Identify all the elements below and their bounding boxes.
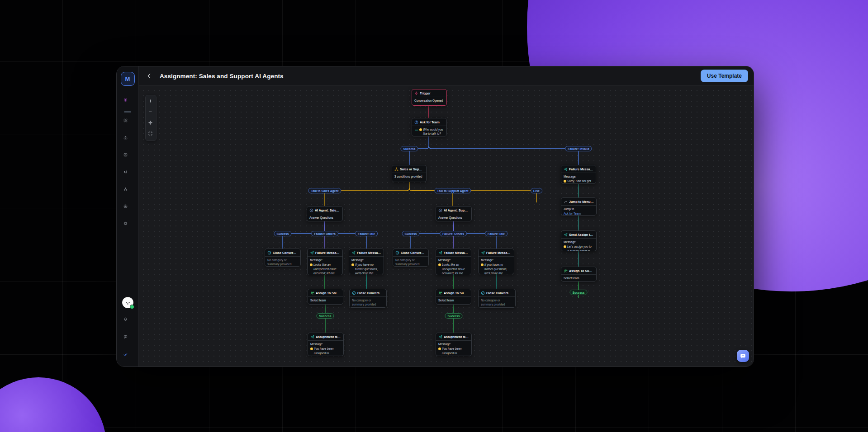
flow-node-jump-to-menu-options[interactable]: Jump to Menu OptionsJump toAsk for Team [561, 197, 597, 216]
flow-node-failure-message-assign-1[interactable]: Failure Message: Assi...Message:Looks li… [307, 249, 343, 275]
node-title: Assign To Support Te... [444, 291, 469, 295]
sidebar-item-boards[interactable] [122, 117, 133, 128]
sidebar-item-brand[interactable] [122, 351, 133, 362]
check-circle-icon [395, 251, 399, 255]
flow-node-failure-message-close-1[interactable]: Failure Message: Clos...Message:If you h… [349, 249, 384, 274]
node-body-text: Who would you like to talk to? [423, 127, 444, 136]
flow-node-failure-message-right[interactable]: Failure MessageMessage:Sorry, I did not … [561, 165, 596, 184]
sidebar-item-help[interactable] [122, 333, 133, 344]
node-body-text: If you have no further questions, we'll … [484, 263, 512, 274]
emoji-glyph [481, 263, 484, 266]
node-title: Assign To Support Te... [569, 269, 594, 272]
fit-view-button[interactable] [146, 129, 156, 140]
node-title: Close Conversation: ... [486, 291, 513, 295]
node-title: Close Conversation: S... [401, 251, 426, 254]
flow-node-failure-message-close-2[interactable]: Failure Message: Clos...Message:If you h… [478, 249, 514, 274]
node-title: AI Agent: Sales Agent [315, 209, 340, 212]
emoji-glyph [564, 180, 566, 183]
flow-node-trigger[interactable]: TriggerConversation Opened [412, 89, 447, 106]
send-icon [438, 335, 442, 339]
back-button[interactable] [143, 70, 155, 82]
chat-launcher-button[interactable] [737, 350, 749, 362]
locate-button[interactable] [146, 118, 156, 129]
emoji-glyph [310, 347, 313, 350]
flow-node-ai-agent-sales[interactable]: AI Agent: Sales AgentAnswer Questions [307, 206, 343, 221]
flow-node-sales-support-branch[interactable]: Sales or Support Branch3 conditions prov… [392, 165, 427, 182]
chevron-left-icon [146, 73, 152, 79]
flow-node-close-conversation-1[interactable]: Close Conversation: S...No category or s… [265, 249, 301, 267]
zoom-in-button[interactable] [146, 96, 156, 107]
sidebar-item-knowledge[interactable] [122, 97, 133, 108]
flow-node-close-conversation-4[interactable]: Close Conversation: ...No category or su… [478, 289, 516, 308]
gear-icon [123, 221, 132, 230]
sidebar-item-inbox[interactable] [122, 134, 133, 145]
edge-label: Success [400, 146, 418, 151]
emoji-glyph [419, 128, 422, 131]
flow-node-close-conversation-3[interactable]: Close Conversation: S...No category or s… [349, 289, 387, 308]
send-icon [351, 251, 356, 255]
jump-icon [564, 200, 568, 204]
flow-node-assignment-message-1[interactable]: Assignment Message:...Message:You have b… [308, 333, 344, 356]
flow-node-ai-agent-support[interactable]: AI Agent: Support AgentAnswer Questions [436, 206, 472, 221]
node-body-text: No category or summary provided [267, 258, 298, 267]
node-title: AI Agent: Support Agent [444, 209, 469, 212]
node-title: Ask for Team [420, 121, 440, 124]
split-icon [394, 167, 398, 171]
flow-node-close-conversation-2[interactable]: Close Conversation: S...No category or s… [393, 249, 429, 267]
edge-label: Success [316, 313, 334, 319]
node-title: Assignment Message:... [444, 335, 469, 338]
double-check-icon [123, 352, 132, 361]
send-icon [310, 251, 314, 255]
sidebar-item-workflows[interactable] [122, 186, 133, 197]
node-body-text: Answer Questions [438, 216, 462, 220]
flow-node-send-assign-to-agent[interactable]: Send Assign to Agent ...Message:Let's as… [561, 230, 597, 251]
node-body-text: Message: [564, 174, 576, 178]
node-title: Jump to Menu Options [569, 200, 594, 203]
contact-icon [123, 153, 132, 161]
emoji-glyph [351, 263, 354, 266]
sidebar-item-reports[interactable] [122, 203, 133, 214]
flow-node-failure-message-assign-2[interactable]: Failure Message: Assi...Message:Looks li… [436, 249, 471, 275]
page-title: Assignment: Sales and Support AI Agents [160, 73, 284, 80]
user-avatar[interactable] [122, 296, 134, 309]
chat-bubble-icon [740, 352, 746, 360]
node-title: Failure Message: Assi... [444, 251, 469, 254]
flow-canvas[interactable]: TriggerConversation Opened?Ask for TeamW… [139, 86, 754, 366]
locate-icon [148, 121, 154, 126]
online-status-dot [130, 305, 134, 309]
node-body-text: Message: [564, 240, 576, 244]
node-body-text: Ask for Team [564, 211, 581, 216]
edge-label: Talk to Sales Agent [308, 188, 341, 193]
node-body-text: Let's assign you to a human agent to ass… [567, 244, 594, 251]
megaphone-icon [123, 170, 132, 178]
flow-node-assign-to-sales-team[interactable]: Assign To Sales TeamSelect team [308, 289, 343, 305]
use-template-button[interactable]: Use Template [701, 70, 748, 82]
help-bubble-icon [123, 335, 132, 343]
flow-node-assignment-message-2[interactable]: Assignment Message:...Message:You have b… [436, 333, 472, 356]
edge-label: Failure: Invalid [565, 146, 592, 151]
chart-icon [123, 204, 132, 212]
zoom-out-button[interactable] [146, 107, 156, 118]
node-title: Assignment Message:... [316, 335, 341, 338]
node-body-text: Message: [310, 342, 323, 346]
flow-node-assign-to-support-team-mid[interactable]: Assign To Support Te...Select team [436, 289, 471, 305]
sidebar-item-broadcasts[interactable] [122, 169, 133, 179]
node-body-text: Message: [481, 258, 493, 262]
sidebar-item-notifications[interactable] [122, 316, 133, 327]
brain-icon [438, 208, 442, 212]
node-body-text: No category or summary provided [481, 298, 513, 307]
flow-node-ask-for-team[interactable]: ?Ask for TeamWho would you like to talk … [412, 118, 447, 136]
workspace-logo[interactable]: M [121, 72, 135, 86]
sidebar-item-contacts[interactable] [122, 151, 133, 162]
layout-icon [123, 118, 132, 127]
node-title: Failure Message [569, 168, 593, 171]
check-circle-icon [267, 251, 271, 255]
node-title: Failure Message: Assi... [315, 251, 340, 254]
edge-label: Success [569, 290, 587, 295]
node-body-text: Select team [564, 276, 579, 280]
flow-node-assign-to-support-team-right[interactable]: Assign To Support Te...Select team [561, 267, 597, 282]
emoji-glyph [438, 347, 441, 350]
node-title: Failure Message: Clos... [486, 251, 512, 254]
node-body-text: 3 conditions provided [394, 174, 422, 178]
sidebar-item-settings[interactable] [122, 220, 133, 231]
